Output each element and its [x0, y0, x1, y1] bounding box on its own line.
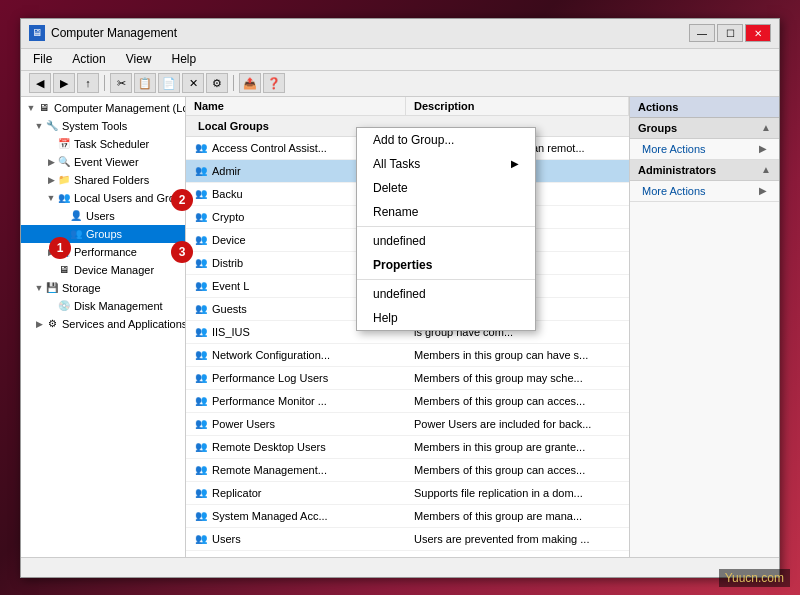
ctx-item[interactable]: undefined	[357, 229, 535, 253]
action-administrators-more[interactable]: More Actions ▶	[630, 181, 779, 201]
ctx-item-label: Help	[373, 311, 398, 325]
badges-3: 3	[171, 241, 193, 263]
expander-disk-mgmt	[45, 300, 57, 312]
list-row[interactable]: 👥 Remote Management... Members of this g…	[186, 459, 629, 482]
disk-mgmt-icon: 💿	[57, 299, 71, 313]
tree-groups[interactable]: 👥 Groups	[21, 225, 185, 243]
action-groups-more-label: More Actions	[642, 143, 706, 155]
toolbar-forward[interactable]: ▶	[53, 73, 75, 93]
row-description: Users are prevented from making ...	[406, 531, 629, 547]
row-name: Replicator	[212, 487, 262, 499]
list-row[interactable]: 👥 Performance Monitor ... Members of thi…	[186, 390, 629, 413]
toolbar-up[interactable]: ↑	[77, 73, 99, 93]
ctx-item[interactable]: Delete	[357, 176, 535, 200]
menu-view[interactable]: View	[122, 50, 156, 68]
row-description: Members in this group are grante...	[406, 439, 629, 455]
list-row[interactable]: 👥 Users Users are prevented from making …	[186, 528, 629, 551]
main-content: ▼ 🖥 Computer Management (Local ▼ 🔧 Syste…	[21, 97, 779, 557]
toolbar-properties[interactable]: ⚙	[206, 73, 228, 93]
tree-event-viewer[interactable]: ▶ 🔍 Event Viewer	[21, 153, 185, 171]
toolbar-back[interactable]: ◀	[29, 73, 51, 93]
ctx-item-label: Rename	[373, 205, 418, 219]
close-button[interactable]: ✕	[745, 24, 771, 42]
row-name: Power Users	[212, 418, 275, 430]
toolbar-paste[interactable]: 📄	[158, 73, 180, 93]
tree-services[interactable]: ▶ ⚙ Services and Applications	[21, 315, 185, 333]
groups-label: Groups	[86, 228, 122, 240]
row-description: Members of this group can acces...	[406, 393, 629, 409]
ctx-item[interactable]: Help	[357, 306, 535, 330]
list-row[interactable]: 👥 Network Configuration... Members in th…	[186, 344, 629, 367]
menu-bar: File Action View Help	[21, 49, 779, 71]
shared-folders-label: Shared Folders	[74, 174, 149, 186]
ctx-item[interactable]: All Tasks▶	[357, 152, 535, 176]
toolbar-copy[interactable]: 📋	[134, 73, 156, 93]
row-icon: 👥	[194, 164, 208, 178]
row-name: Network Configuration...	[212, 349, 330, 361]
tree-comp-mgmt[interactable]: ▼ 🖥 Computer Management (Local	[21, 99, 185, 117]
row-icon: 👥	[194, 371, 208, 385]
toolbar-help[interactable]: ❓	[263, 73, 285, 93]
actions-title: Actions	[630, 97, 779, 118]
tree-storage[interactable]: ▼ 💾 Storage	[21, 279, 185, 297]
ctx-separator	[357, 226, 535, 227]
action-groups-more[interactable]: More Actions ▶	[630, 139, 779, 159]
row-description: Members of this group are mana...	[406, 508, 629, 524]
computer-management-window: 🖥 Computer Management — ☐ ✕ File Action …	[20, 18, 780, 578]
toolbar-delete[interactable]: ✕	[182, 73, 204, 93]
menu-help[interactable]: Help	[168, 50, 201, 68]
row-icon: 👥	[194, 141, 208, 155]
expander-task-scheduler	[45, 138, 57, 150]
row-name: Device	[212, 234, 246, 246]
col-header-description[interactable]: Description	[406, 97, 629, 115]
ctx-item-label: Properties	[373, 258, 432, 272]
menu-file[interactable]: File	[29, 50, 56, 68]
tree-users[interactable]: 👤 Users	[21, 207, 185, 225]
shared-folders-icon: 📁	[57, 173, 71, 187]
menu-action[interactable]: Action	[68, 50, 109, 68]
ctx-item-arrow: ▶	[511, 158, 519, 169]
list-row[interactable]: 👥 System Managed Acc... Members of this …	[186, 505, 629, 528]
users-icon: 👤	[69, 209, 83, 223]
list-row[interactable]: 👥 Power Users Power Users are included f…	[186, 413, 629, 436]
toolbar-sep-2	[233, 75, 234, 91]
col-header-name[interactable]: Name	[186, 97, 406, 115]
ctx-separator	[357, 279, 535, 280]
tree-system-tools[interactable]: ▼ 🔧 System Tools	[21, 117, 185, 135]
expander-users	[57, 210, 69, 222]
actions-section-administrators: Administrators ▲ More Actions ▶	[630, 160, 779, 202]
ctx-item[interactable]: undefined	[357, 282, 535, 306]
administrators-more-arrow: ▶	[759, 185, 767, 196]
row-icon: 👥	[194, 463, 208, 477]
list-row[interactable]: 👥 Remote Desktop Users Members in this g…	[186, 436, 629, 459]
local-users-icon: 👥	[57, 191, 71, 205]
comp-mgmt-icon: 🖥	[37, 101, 51, 115]
actions-administrators-header: Administrators ▲	[630, 160, 779, 181]
minimize-button[interactable]: —	[689, 24, 715, 42]
tree-local-users[interactable]: ▼ 👥 Local Users and Groups	[21, 189, 185, 207]
services-label: Services and Applications	[62, 318, 186, 330]
toolbar-cut[interactable]: ✂	[110, 73, 132, 93]
list-row[interactable]: 👥 Performance Log Users Members of this …	[186, 367, 629, 390]
ctx-item[interactable]: Add to Group...	[357, 128, 535, 152]
ctx-item[interactable]: Properties	[357, 253, 535, 277]
expander-local-users: ▼	[45, 192, 57, 204]
tree-device-manager[interactable]: 🖥 Device Manager	[21, 261, 185, 279]
disk-mgmt-label: Disk Management	[74, 300, 163, 312]
tree-performance[interactable]: ▶ 📊 Performance	[21, 243, 185, 261]
row-description: Members of this group can acces...	[406, 462, 629, 478]
list-panel: Name Description Local Groups 👥 Access C…	[186, 97, 629, 557]
tree-task-scheduler[interactable]: 📅 Task Scheduler	[21, 135, 185, 153]
tree-panel: ▼ 🖥 Computer Management (Local ▼ 🔧 Syste…	[21, 97, 186, 557]
list-row[interactable]: 👥 Replicator Supports file replication i…	[186, 482, 629, 505]
tree-disk-mgmt[interactable]: 💿 Disk Management	[21, 297, 185, 315]
row-name: Access Control Assist...	[212, 142, 327, 154]
row-icon: 👥	[194, 532, 208, 546]
ctx-item[interactable]: Rename	[357, 200, 535, 224]
storage-label: Storage	[62, 282, 101, 294]
tree-shared-folders[interactable]: ▶ 📁 Shared Folders	[21, 171, 185, 189]
maximize-button[interactable]: ☐	[717, 24, 743, 42]
row-name: Backu	[212, 188, 243, 200]
toolbar-export[interactable]: 📤	[239, 73, 261, 93]
device-manager-label: Device Manager	[74, 264, 154, 276]
